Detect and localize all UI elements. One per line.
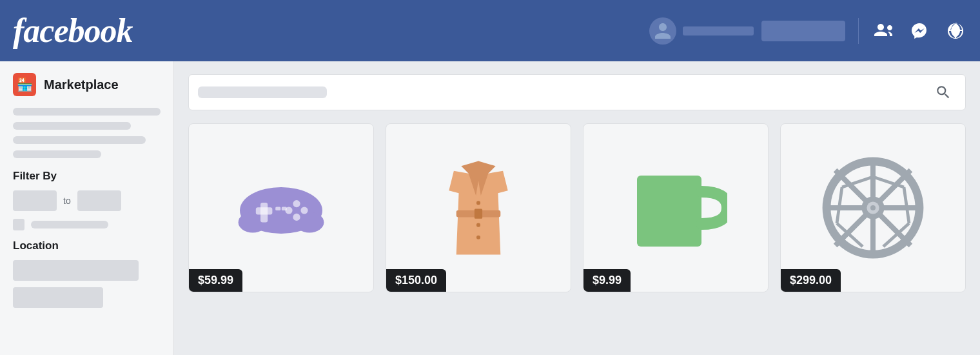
avatar[interactable] [649, 17, 676, 45]
marketplace-icon: 🏪 [13, 73, 36, 96]
location-input-2[interactable] [13, 287, 103, 308]
product-price-0: $59.99 [189, 269, 242, 292]
svg-point-5 [293, 200, 300, 207]
globe-icon [946, 22, 965, 40]
product-card-0[interactable]: $59.99 [188, 123, 374, 292]
product-card-3[interactable]: $299.00 [780, 123, 966, 292]
sidebar-title-row: 🏪 Marketplace [13, 73, 161, 96]
product-card-2[interactable]: $9.99 [583, 123, 769, 292]
svg-point-6 [300, 207, 308, 214]
avatar-icon [653, 21, 672, 41]
mug-icon [624, 156, 727, 259]
filter-checkbox-label [31, 221, 108, 228]
product-image-0 [189, 124, 373, 292]
profile-area [649, 17, 754, 45]
svg-point-15 [476, 236, 480, 239]
filter-checkbox[interactable] [13, 219, 24, 230]
filter-by-label: Filter By [13, 170, 161, 183]
sidebar: 🏪 Marketplace Filter By to Location [0, 61, 174, 355]
svg-point-13 [476, 201, 480, 205]
messenger-icon [910, 22, 928, 40]
product-image-1 [386, 124, 571, 292]
location-input-1[interactable] [13, 260, 139, 281]
svg-rect-10 [282, 207, 287, 210]
sidebar-nav-item-2[interactable] [13, 122, 131, 130]
product-price-3: $299.00 [781, 269, 841, 292]
nav-search-bar[interactable] [761, 21, 845, 41]
main-layout: 🏪 Marketplace Filter By to Location [0, 61, 980, 355]
sidebar-nav-item-3[interactable] [13, 136, 146, 144]
store-icon: 🏪 [17, 77, 33, 92]
svg-rect-12 [475, 209, 482, 219]
price-to-label: to [63, 196, 71, 206]
price-max-input[interactable] [77, 190, 121, 211]
friends-icon-btn[interactable] [872, 19, 895, 43]
filter-checkbox-row [13, 219, 161, 230]
header-icons [872, 19, 967, 43]
price-min-input[interactable] [13, 190, 57, 211]
globe-icon-btn[interactable] [944, 19, 967, 43]
search-input-skeleton [198, 86, 327, 98]
search-button[interactable] [930, 79, 956, 105]
svg-rect-4 [256, 207, 273, 214]
sidebar-nav-item-4[interactable] [13, 150, 101, 158]
sidebar-title: Marketplace [44, 77, 119, 92]
search-icon [935, 84, 952, 101]
svg-point-7 [293, 214, 300, 221]
location-label: Location [13, 239, 161, 252]
coat-icon [427, 156, 530, 259]
product-grid: $59.99 [188, 123, 966, 292]
header-right [649, 17, 967, 45]
svg-rect-9 [275, 207, 280, 210]
friends-icon [874, 22, 892, 40]
price-range-row: to [13, 190, 161, 211]
facebook-logo[interactable]: facebook [13, 12, 132, 50]
product-card-1[interactable]: $150.00 [386, 123, 571, 292]
svg-point-14 [476, 223, 480, 227]
messenger-icon-btn[interactable] [908, 19, 931, 43]
product-price-1: $150.00 [386, 269, 446, 292]
svg-point-30 [870, 205, 876, 210]
product-price-2: $9.99 [583, 269, 631, 292]
search-bar-container [188, 74, 966, 110]
product-image-3 [781, 124, 965, 292]
main-content: $59.99 [174, 61, 980, 355]
product-image-2 [583, 124, 768, 292]
header-divider [858, 18, 859, 44]
wheel-icon [821, 156, 925, 259]
svg-rect-16 [637, 176, 701, 247]
gamepad-icon [230, 156, 333, 259]
user-name-bar [683, 26, 754, 36]
header: facebook [0, 0, 980, 61]
sidebar-nav-item-1[interactable] [13, 108, 161, 116]
